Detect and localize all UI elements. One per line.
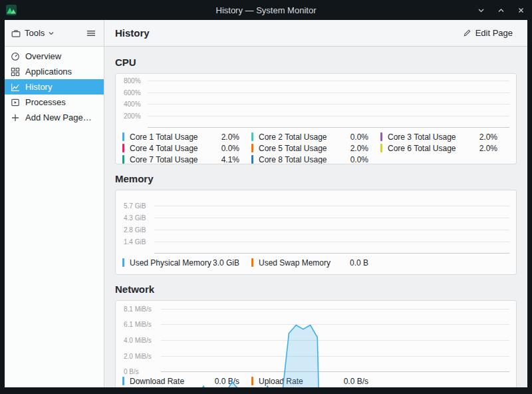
edit-page-button[interactable]: Edit Page (459, 25, 517, 41)
legend-color-marker (122, 155, 124, 164)
sidebar-item-history[interactable]: History (5, 79, 104, 95)
y-axis-label: 4.3 GiB (124, 214, 146, 221)
legend-color-marker (122, 144, 124, 152)
cpu-history-card: 800%600%400%200% Core 1 Total Usage2.0%C… (115, 73, 517, 164)
y-axis-label: 400% (124, 100, 141, 108)
y-axis-label: 2.8 GiB (124, 226, 146, 234)
history-page: CPU 800%600%400%200% Core 1 Total Usage2… (104, 47, 527, 387)
line-chart-icon (11, 83, 20, 92)
window-title: History — System Monitor (0, 5, 532, 15)
y-axis-label: 5.7 GiB (124, 202, 146, 210)
legend-color-marker (122, 258, 124, 267)
y-axis-label: 4.0 MiB/s (124, 337, 152, 344)
sidebar-item-label: Add New Page… (25, 112, 92, 122)
sidebar-item-label: Overview (25, 51, 61, 61)
plus-icon (11, 113, 20, 122)
memory-section-title: Memory (115, 173, 517, 184)
sidebar-item-applications[interactable]: Applications (5, 64, 104, 79)
close-icon[interactable] (516, 5, 525, 15)
pencil-icon (463, 29, 471, 37)
sidebar-item-label: Processes (25, 97, 66, 107)
network-section-title: Network (115, 284, 517, 295)
edit-page-label: Edit Page (475, 28, 513, 38)
network-plot (161, 305, 509, 387)
sidebar-header: Tools (5, 20, 104, 46)
sidebar-item-overview[interactable]: Overview (5, 49, 104, 64)
memory-plot (154, 194, 509, 275)
y-axis-label: 8.1 MiB/s (124, 305, 152, 312)
y-axis-label: 0 B/s (124, 368, 139, 375)
cpu-plot (148, 78, 509, 164)
minimize-icon[interactable] (476, 5, 485, 15)
sidebar-item-processes[interactable]: Processes (5, 95, 104, 110)
run-process-icon (11, 98, 20, 107)
sidebar-item-label: Applications (25, 67, 72, 77)
tools-menu-button[interactable]: Tools (10, 25, 55, 41)
y-axis-label: 800% (124, 77, 141, 85)
legend-color-marker (122, 132, 124, 141)
maximize-icon[interactable] (496, 5, 505, 15)
y-axis-label: 6.1 MiB/s (124, 321, 152, 328)
window-frame: Tools History Edit Page (0, 20, 532, 394)
sidebar-item-add-new-page[interactable]: Add New Page… (5, 110, 104, 125)
sidebar: Overview Applications History Processes (5, 47, 104, 387)
legend-color-marker (122, 377, 124, 385)
page-header: History Edit Page (104, 20, 527, 46)
y-axis-label: 600% (124, 89, 141, 96)
titlebar: History — System Monitor (0, 0, 532, 20)
hamburger-menu-icon[interactable] (84, 26, 98, 41)
sidebar-item-label: History (25, 82, 52, 92)
memory-history-card: 5.7 GiB4.3 GiB2.8 GiB1.4 GiB Used Physic… (115, 190, 517, 275)
network-history-card: 8.1 MiB/s6.1 MiB/s4.0 MiB/s2.0 MiB/s0 B/… (115, 300, 517, 387)
window-controls (476, 0, 525, 20)
cpu-section-title: CPU (115, 57, 517, 68)
briefcase-icon (11, 29, 21, 38)
y-axis-label: 1.4 GiB (124, 238, 146, 245)
y-axis-label: 200% (124, 112, 141, 119)
cpu-chart: 800%600%400%200% (122, 78, 509, 127)
chevron-down-icon (49, 31, 54, 35)
memory-chart: 5.7 GiB4.3 GiB2.8 GiB1.4 GiB (122, 194, 509, 253)
gauge-icon (11, 52, 20, 61)
page-title: History (115, 27, 150, 39)
toolbar: Tools History Edit Page (5, 20, 527, 47)
network-chart: 8.1 MiB/s6.1 MiB/s4.0 MiB/s2.0 MiB/s0 B/… (122, 305, 509, 371)
tools-label: Tools (25, 28, 45, 38)
grid-icon (11, 67, 20, 77)
y-axis-label: 2.0 MiB/s (124, 352, 152, 359)
